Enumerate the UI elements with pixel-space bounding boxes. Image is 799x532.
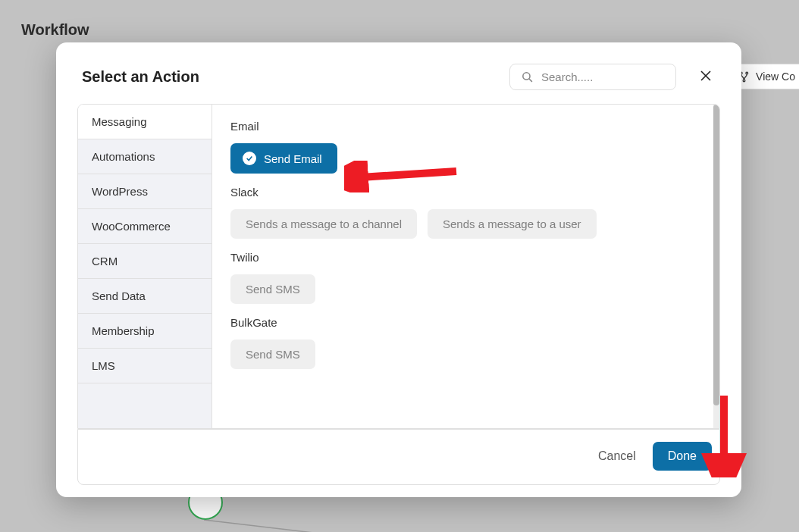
connector-line [204,520,462,532]
sidebar-item-membership[interactable]: Membership [78,314,212,349]
done-button[interactable]: Done [653,442,712,471]
sidebar-item-lms[interactable]: LMS [78,349,212,383]
section-heading-bulkgate: BulkGate [230,316,701,329]
action-row: Sends a message to a channel Sends a mes… [230,209,701,239]
actions-panel: Email Send Email Slack Sends a message t… [212,105,719,428]
sidebar-item-messaging[interactable]: Messaging [78,105,212,139]
action-slack-user[interactable]: Sends a message to a user [428,209,597,239]
check-icon [243,152,256,165]
section-heading-slack: Slack [230,186,701,199]
category-sidebar: Messaging Automations WordPress WooComme… [78,105,212,428]
action-slack-channel[interactable]: Sends a message to a channel [230,209,417,239]
action-send-email[interactable]: Send Email [230,143,337,174]
section-heading-email: Email [230,120,701,133]
section-heading-twilio: Twilio [230,251,701,264]
scrollbar[interactable] [713,105,719,428]
svg-point-2 [743,80,745,82]
cancel-button[interactable]: Cancel [598,449,636,463]
action-bulkgate-sms[interactable]: Send SMS [230,340,315,369]
close-button[interactable] [696,64,716,90]
close-icon [699,69,713,83]
sidebar-item-send-data[interactable]: Send Data [78,279,212,314]
search-box[interactable] [509,64,676,90]
modal-footer: Cancel Done [77,429,720,485]
sidebar-item-wordpress[interactable]: WordPress [78,174,212,209]
view-conditions-label: View Co [756,70,795,83]
search-input[interactable] [541,70,665,83]
sidebar-item-automations[interactable]: Automations [78,139,212,174]
svg-point-4 [523,73,530,80]
action-row: Send SMS [230,340,701,369]
action-row: Send SMS [230,274,701,304]
svg-line-5 [529,79,532,82]
search-icon [521,70,534,83]
action-label: Send Email [264,152,322,165]
modal-title: Select an Action [82,68,509,86]
svg-line-3 [204,520,462,532]
scrollbar-thumb[interactable] [713,105,719,405]
action-twilio-sms[interactable]: Send SMS [230,274,315,304]
sidebar-item-crm[interactable]: CRM [78,244,212,279]
modal-header: Select an Action [56,42,741,104]
svg-point-1 [746,72,748,74]
page-title: Workflow [21,21,784,39]
select-action-modal: Select an Action Messaging Automations W… [56,42,741,497]
action-row: Send Email [230,143,701,174]
modal-body: Messaging Automations WordPress WooComme… [77,104,720,429]
sidebar-item-woocommerce[interactable]: WooCommerce [78,209,212,244]
